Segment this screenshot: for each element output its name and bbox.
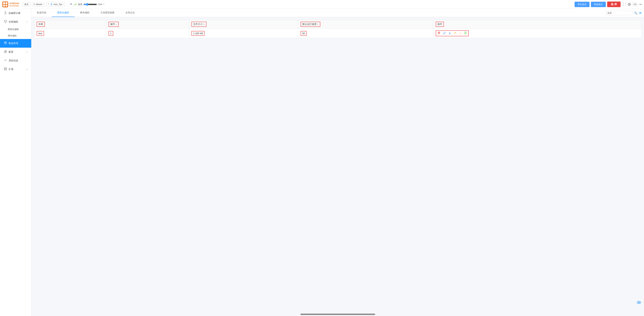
cell-speed: 50 bbox=[298, 29, 433, 38]
speed-icon2 bbox=[74, 3, 77, 6]
tip-label: Arm_Tip bbox=[54, 3, 62, 5]
svg-point-5 bbox=[51, 4, 52, 5]
tab-trajectory[interactable]: 轨迹列表 bbox=[32, 9, 52, 17]
sidebar-item-data[interactable]: 数据管理 bbox=[0, 39, 31, 48]
tip-dropdown[interactable]: T Arm_Tip ▾ bbox=[46, 2, 65, 7]
chart-icon bbox=[4, 59, 7, 63]
sidebar-label-data: 数据管理 bbox=[9, 42, 28, 45]
logo: realman 睿尔曼智能 bbox=[2, 1, 19, 8]
collapse-icon[interactable]: ≫ bbox=[639, 11, 642, 15]
sidebar-item-demo[interactable]: 机械臂示教 bbox=[0, 9, 31, 17]
sort-filesize-icon: ⇅ bbox=[203, 23, 205, 25]
table-header: 名称 编号 ⇅ bbox=[34, 20, 641, 29]
sidebar: 机械臂示教 在线编程 ∧ 图形化编程 脚本编程 数据管理 bbox=[0, 9, 32, 316]
logo-name: realman bbox=[10, 2, 19, 4]
cell-number: 1 bbox=[106, 29, 189, 38]
fullscreen-icon[interactable]: ⛶ bbox=[623, 2, 626, 6]
arm-icon bbox=[50, 3, 53, 6]
tab-script-prog[interactable]: 脚本编程 bbox=[74, 9, 95, 17]
tab-graphic-prog[interactable]: 图形化编程 bbox=[52, 9, 74, 17]
tab-geo-model[interactable]: 几何模型参数 bbox=[95, 9, 120, 17]
svg-rect-1 bbox=[3, 2, 5, 4]
th-number: 编号 ⇅ bbox=[106, 20, 189, 29]
mode-button[interactable]: 真实 bbox=[22, 2, 30, 7]
table-area: 名称 编号 ⇅ bbox=[32, 17, 644, 313]
cell-name: test bbox=[34, 29, 106, 38]
exit-icon[interactable]: ↩ bbox=[640, 2, 642, 6]
svg-point-4 bbox=[6, 4, 8, 6]
action-icons: ☆ bbox=[438, 31, 467, 35]
svg-marker-29 bbox=[465, 32, 466, 33]
search-input[interactable] bbox=[606, 11, 633, 15]
svg-point-10 bbox=[5, 12, 6, 12]
svg-point-15 bbox=[5, 51, 6, 52]
th-number-sort[interactable]: 编号 ⇅ bbox=[110, 23, 117, 26]
data-table: 名称 编号 ⇅ bbox=[34, 20, 641, 38]
bottom-scroll-area bbox=[32, 313, 644, 316]
eye-icon[interactable] bbox=[636, 300, 641, 306]
download-icon[interactable] bbox=[448, 31, 451, 35]
topbar: realman 睿尔曼智能 真实 W World ▾ T Arm_Tip ▾ 速… bbox=[0, 0, 644, 9]
sidebar-label-graphic: 图形化编程 bbox=[8, 28, 19, 31]
language-toggle[interactable]: CN bbox=[632, 3, 638, 6]
search-icon[interactable]: 🔍 bbox=[634, 11, 638, 14]
extend-chevron-icon: ∨ bbox=[26, 68, 28, 71]
th-speed-sort[interactable]: 默认运行速度 ⇅ bbox=[302, 23, 318, 26]
world-chevron-icon: ▾ bbox=[42, 3, 44, 5]
tab-global-pts[interactable]: 全局点位 bbox=[120, 9, 140, 17]
cell-filesize: 1.183 KB bbox=[189, 29, 298, 38]
th-name: 名称 bbox=[34, 20, 106, 29]
svg-rect-17 bbox=[6, 68, 6, 68]
sidebar-label-extend: 扩展 bbox=[9, 68, 24, 71]
tabs-bar: 轨迹列表 图形化编程 脚本编程 几何模型参数 全局点位 🔍 ≫ bbox=[32, 9, 644, 17]
speed-section: 速度 23% ▾ bbox=[69, 2, 104, 6]
svg-point-31 bbox=[638, 302, 640, 303]
svg-rect-18 bbox=[4, 69, 5, 70]
robot-icon bbox=[4, 11, 7, 15]
speed-display: 23% bbox=[98, 3, 102, 5]
sidebar-item-graphic[interactable]: 图形化编程 bbox=[0, 26, 31, 32]
th-actions: 操作 bbox=[433, 20, 641, 29]
zero-pose-button[interactable]: 零位姿态 bbox=[574, 2, 590, 7]
speed-icon bbox=[69, 2, 73, 6]
world-label: World bbox=[36, 3, 42, 5]
svg-rect-2 bbox=[6, 2, 8, 4]
th-filesize: 文件大小 ⇅ bbox=[189, 20, 298, 29]
emergency-stop-button[interactable]: 急 停 bbox=[607, 1, 620, 7]
svg-line-23 bbox=[445, 32, 446, 33]
sidebar-item-script[interactable]: 脚本编程 bbox=[0, 32, 31, 39]
init-pose-button[interactable]: 初始姿态 bbox=[591, 2, 606, 7]
svg-rect-0 bbox=[2, 1, 8, 7]
sidebar-item-sysinfo[interactable]: 系统信息 bbox=[0, 56, 31, 65]
delete-icon[interactable] bbox=[438, 31, 440, 35]
database-icon bbox=[4, 41, 7, 45]
star-icon[interactable]: ☆ bbox=[459, 32, 462, 35]
world-dropdown[interactable]: W World ▾ bbox=[32, 2, 45, 6]
sort-speed-icon: ⇅ bbox=[317, 23, 318, 25]
svg-rect-3 bbox=[3, 4, 5, 6]
power-icon[interactable]: ⏻ bbox=[628, 2, 631, 6]
svg-rect-20 bbox=[438, 32, 440, 34]
play-icon[interactable] bbox=[464, 31, 467, 35]
speed-chevron-icon: ▾ bbox=[103, 3, 104, 5]
sidebar-label-online: 在线编程 bbox=[9, 20, 24, 23]
svg-point-14 bbox=[4, 42, 6, 42]
th-filesize-sort[interactable]: 文件大小 ⇅ bbox=[193, 23, 205, 26]
sidebar-item-online[interactable]: 在线编程 ∧ bbox=[0, 17, 31, 26]
speed-slider[interactable] bbox=[83, 3, 97, 6]
table-row: test 1 1.183 KB bbox=[34, 29, 641, 38]
logo-icon bbox=[2, 1, 8, 8]
config-chevron-icon: ∨ bbox=[26, 51, 28, 53]
svg-rect-11 bbox=[4, 20, 6, 22]
sidebar-label-sysinfo: 系统信息 bbox=[9, 59, 28, 62]
sidebar-label-demo: 机械臂示教 bbox=[9, 12, 28, 15]
sidebar-label-config: 配置 bbox=[9, 50, 24, 54]
extend-icon bbox=[4, 67, 7, 71]
edit-icon[interactable] bbox=[443, 31, 446, 35]
scroll-thumb[interactable] bbox=[300, 314, 375, 315]
sidebar-item-extend[interactable]: 扩展 ∨ bbox=[0, 65, 31, 74]
monitor-icon bbox=[4, 20, 7, 24]
tip-chevron-icon: ▾ bbox=[62, 3, 63, 5]
rename-icon[interactable] bbox=[454, 31, 457, 35]
sidebar-item-config[interactable]: 配置 ∨ bbox=[0, 48, 31, 56]
